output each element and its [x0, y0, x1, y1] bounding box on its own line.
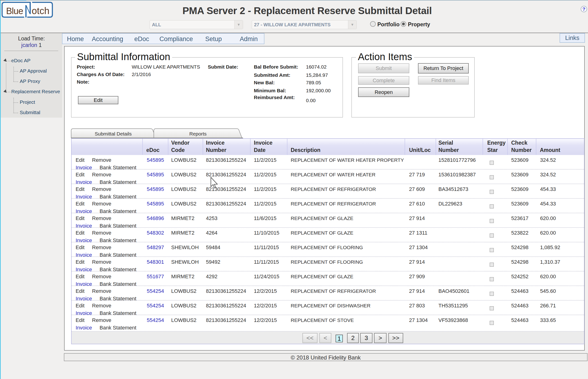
svg-text:Blue: Blue: [6, 6, 23, 16]
svg-text:otch: otch: [32, 6, 49, 16]
